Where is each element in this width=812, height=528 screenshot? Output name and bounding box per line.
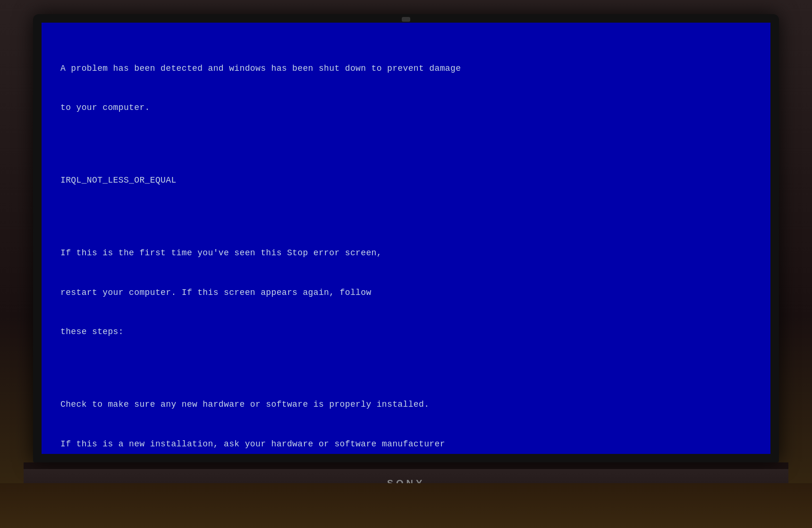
hinge bbox=[24, 462, 788, 469]
bsod-line-2: to your computer. bbox=[60, 101, 752, 115]
webcam-bar bbox=[402, 17, 410, 22]
bsod-gap-1 bbox=[60, 141, 752, 148]
bsod-gap-2 bbox=[60, 214, 752, 220]
laptop-bezel: A problem has been detected and windows … bbox=[33, 14, 779, 462]
bsod-line-10: Check to make sure any new hardware or s… bbox=[60, 398, 752, 411]
bsod-gap-3 bbox=[60, 365, 752, 372]
screen: A problem has been detected and windows … bbox=[42, 23, 770, 454]
keyboard-base bbox=[0, 483, 812, 528]
bsod-line-6: If this is the first time you've seen th… bbox=[60, 247, 752, 260]
bsod-content: A problem has been detected and windows … bbox=[42, 23, 770, 454]
laptop-outer: A problem has been detected and windows … bbox=[0, 0, 812, 528]
bsod-line-1: A problem has been detected and windows … bbox=[60, 62, 752, 75]
webcam bbox=[402, 17, 410, 22]
bsod-line-4: IRQL_NOT_LESS_OR_EQUAL bbox=[60, 174, 752, 187]
bsod-line-8: these steps: bbox=[60, 326, 752, 339]
bsod-line-11: If this is a new installation, ask your … bbox=[60, 438, 752, 451]
bsod-line-7: restart your computer. If this screen ap… bbox=[60, 286, 752, 300]
